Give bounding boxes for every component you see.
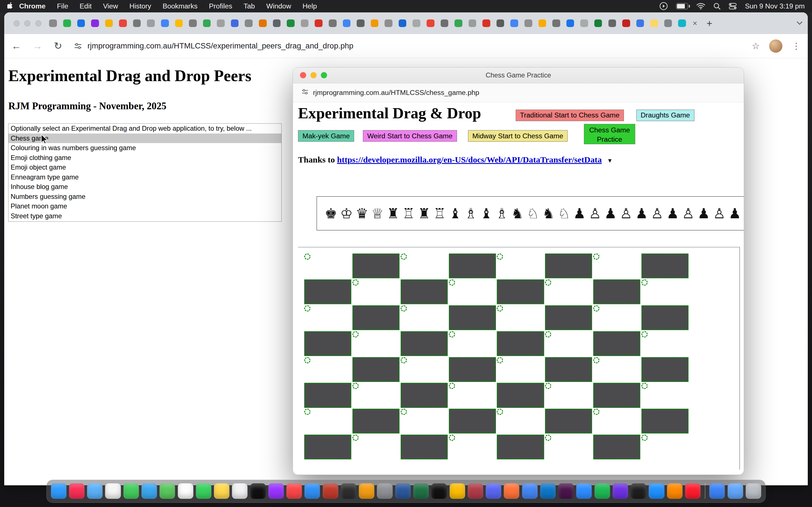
chess-piece-17[interactable]: ♙ <box>587 205 603 222</box>
chess-piece-21[interactable]: ♙ <box>649 205 665 222</box>
dock-messages[interactable] <box>123 483 139 499</box>
pinned-tab-44[interactable] <box>664 19 672 27</box>
pinned-tab-5[interactable] <box>118 19 127 27</box>
board-cell-1-2[interactable] <box>401 279 448 304</box>
board-cell-7-6[interactable] <box>593 435 640 459</box>
pinned-tab-41[interactable] <box>622 19 630 27</box>
board-cell-6-0[interactable] <box>304 409 310 415</box>
dock-vlc[interactable] <box>667 483 682 499</box>
pinned-tab-24[interactable] <box>384 19 393 27</box>
chess-piece-11[interactable]: ♗ <box>494 205 509 222</box>
close-tab-icon[interactable]: × <box>693 19 697 28</box>
list-option-inhouse-blog-game[interactable]: Inhouse blog game <box>8 182 282 192</box>
board-cell-5-2[interactable] <box>401 383 448 407</box>
dock-figma[interactable] <box>631 483 646 499</box>
chess-piece-14[interactable]: ♞ <box>541 205 556 222</box>
list-option-emoji-object-game[interactable]: Emoji object game <box>8 163 282 172</box>
list-option-emoji-clothing-game[interactable]: Emoji clothing game <box>8 153 282 163</box>
list-prompt[interactable]: Optionally select an Experimental Drag a… <box>8 124 282 133</box>
board-cell-5-6[interactable] <box>593 383 640 407</box>
spotlight-icon[interactable] <box>713 3 721 10</box>
menu-item-file[interactable]: File <box>57 2 68 10</box>
menu-clock[interactable]: Sun 9 Nov 3:19 pm <box>745 2 805 10</box>
board-cell-4-4[interactable] <box>497 357 503 363</box>
pinned-tab-27[interactable] <box>426 19 435 27</box>
chess-piece-8[interactable]: ♝ <box>448 205 463 222</box>
chess-piece-24[interactable]: ♟ <box>696 205 712 222</box>
chess-piece-15[interactable]: ♘ <box>556 205 572 222</box>
dock-news[interactable] <box>287 483 302 499</box>
board-cell-7-3[interactable] <box>449 435 455 441</box>
menu-item-history[interactable]: History <box>130 2 151 10</box>
pinned-tab-43[interactable] <box>650 19 658 27</box>
board-cell-2-2[interactable] <box>401 305 407 312</box>
board-cell-7-5[interactable] <box>545 435 551 441</box>
pinned-tab-32[interactable] <box>496 19 505 27</box>
board-cell-3-2[interactable] <box>401 331 448 356</box>
board-cell-0-2[interactable] <box>401 253 407 260</box>
dock-terminal[interactable] <box>341 483 356 499</box>
board-cell-4-3[interactable] <box>449 357 496 382</box>
pinned-tab-26[interactable] <box>412 19 421 27</box>
chrome-menu-icon[interactable]: ⋮ <box>792 41 801 51</box>
board-cell-3-6[interactable] <box>593 331 640 356</box>
pinned-tab-10[interactable] <box>188 19 197 27</box>
pinned-tab-42[interactable] <box>636 19 645 27</box>
chess-piece-12[interactable]: ♞ <box>509 205 525 222</box>
menu-item-window[interactable]: Window <box>266 2 291 10</box>
board-cell-6-1[interactable] <box>352 409 400 434</box>
dock-tv[interactable] <box>250 483 266 499</box>
list-option-enneagram-type-game[interactable]: Enneagram type game <box>8 172 282 182</box>
dock-zoom[interactable] <box>576 483 592 499</box>
pinned-tab-45[interactable] <box>678 19 687 27</box>
reload-icon[interactable]: ↻ <box>54 40 62 52</box>
pinned-tab-37[interactable] <box>566 19 574 27</box>
chess-piece-7[interactable]: ♖ <box>432 205 448 222</box>
pinned-tab-22[interactable] <box>356 19 365 27</box>
dock-firefox[interactable] <box>504 483 519 499</box>
chess-piece-6[interactable]: ♜ <box>416 205 432 222</box>
button-midway-start-to-chess-game[interactable]: Midway Start to Chess Game <box>468 130 568 142</box>
chess-piece-4[interactable]: ♜ <box>386 205 401 222</box>
pinned-tab-8[interactable] <box>160 19 169 27</box>
pinned-tab-19[interactable] <box>314 19 323 27</box>
pinned-tab-11[interactable] <box>202 19 211 27</box>
board-cell-2-0[interactable] <box>304 305 310 312</box>
pinned-tab-35[interactable] <box>538 19 547 27</box>
pinned-tab-14[interactable] <box>245 19 253 27</box>
dock-opera[interactable] <box>685 483 701 499</box>
minimize-window-button[interactable] <box>24 20 31 26</box>
popup-site-info-icon[interactable] <box>301 88 309 98</box>
pinned-tab-7[interactable] <box>147 19 155 27</box>
dock-reminders[interactable] <box>232 483 248 499</box>
board-cell-0-1[interactable] <box>352 253 400 278</box>
button-traditional-start-to-chess-game[interactable]: Traditional Start to Chess Game <box>516 110 624 121</box>
profile-avatar[interactable] <box>769 40 783 53</box>
board-cell-2-7[interactable] <box>642 305 689 330</box>
board-cell-4-5[interactable] <box>545 357 592 382</box>
dock-music[interactable] <box>69 483 85 499</box>
board-cell-4-1[interactable] <box>352 357 400 382</box>
dock-discord[interactable] <box>486 483 501 499</box>
board-cell-6-2[interactable] <box>401 409 407 415</box>
chess-piece-0[interactable]: ♚ <box>323 205 339 222</box>
pinned-tab-16[interactable] <box>272 19 281 27</box>
pinned-tab-13[interactable] <box>231 19 239 27</box>
board-cell-0-4[interactable] <box>497 253 503 260</box>
dock-netflix[interactable] <box>432 483 447 499</box>
pinned-tab-9[interactable] <box>174 19 183 27</box>
site-info-icon[interactable] <box>73 42 82 50</box>
battery-icon[interactable] <box>676 3 688 9</box>
pinned-tab-15[interactable] <box>258 19 267 27</box>
apple-menu-icon[interactable] <box>7 2 14 10</box>
pinned-tab-23[interactable] <box>370 19 379 27</box>
dock-bear[interactable] <box>468 483 483 499</box>
dock-filezilla[interactable] <box>322 483 338 499</box>
button-chess-game-practice[interactable]: Chess Game Practice <box>584 124 635 144</box>
button-weird-start-to-chess-game[interactable]: Weird Start to Chess Game <box>363 130 457 142</box>
pinned-tab-25[interactable] <box>398 19 407 27</box>
pinned-tab-1[interactable] <box>63 19 71 27</box>
pinned-tab-30[interactable] <box>468 19 477 27</box>
chess-piece-25[interactable]: ♙ <box>712 205 727 222</box>
board-cell-1-7[interactable] <box>642 279 648 286</box>
